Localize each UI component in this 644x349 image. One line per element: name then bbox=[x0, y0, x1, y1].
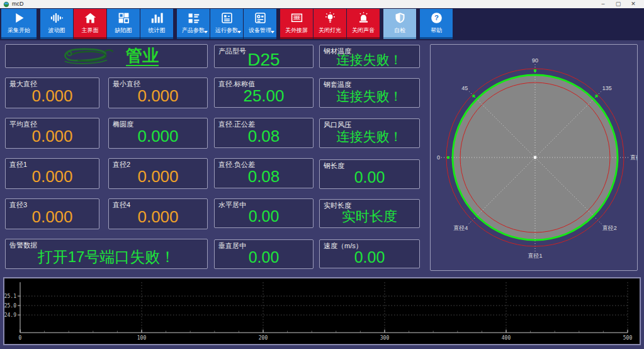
logo-graphic-icon bbox=[54, 46, 125, 66]
field-pos_tolerance: 直径.正公差0.08 bbox=[214, 118, 314, 148]
toolbar-button-device_manage[interactable]: 设备管理 bbox=[244, 9, 276, 39]
chevron-down-icon bbox=[237, 31, 241, 33]
toolbar-button-label: 设备管理 bbox=[249, 26, 271, 35]
chevron-down-icon bbox=[204, 31, 208, 33]
logo-text: 管业 bbox=[126, 46, 159, 66]
toolbar-button-label: 主界面 bbox=[82, 26, 99, 35]
home-icon bbox=[84, 11, 97, 25]
svg-text:?: ? bbox=[434, 14, 439, 21]
toolbar-button-label: 产品参数 bbox=[182, 26, 205, 35]
toolbar-button-label: 统计图 bbox=[149, 26, 166, 35]
toolbar-button-label: 帮助 bbox=[431, 26, 442, 35]
svg-text:200: 200 bbox=[259, 335, 268, 341]
toolbar-button-product_params[interactable]: 产品参数 bbox=[177, 9, 210, 39]
toolbar: 采集开始波动图主界面缺陷图统计图产品参数运行参数设备管理关外接屏关闭灯光关闭声音… bbox=[0, 8, 644, 40]
field-label: 钢材温度 bbox=[324, 47, 351, 56]
field-label: 水平居中 bbox=[218, 200, 246, 210]
field-steel_temp: 钢材温度连接失败！ bbox=[319, 45, 420, 68]
field-diameter4: 直径40.000 bbox=[108, 198, 208, 229]
toolbar-button-wave_chart[interactable]: 波动图 bbox=[40, 9, 73, 39]
field-label: 告警数据 bbox=[9, 241, 37, 250]
svg-text:90: 90 bbox=[532, 57, 538, 64]
toolbar-button-label: 关外接屏 bbox=[285, 26, 308, 35]
maximize-button[interactable]: ▢ bbox=[611, 0, 626, 8]
siren-icon bbox=[357, 11, 370, 25]
toolbar-button-label: 缺陷图 bbox=[115, 26, 132, 35]
run-params-icon bbox=[220, 11, 234, 25]
svg-text:直径2: 直径2 bbox=[602, 225, 617, 231]
svg-text:45: 45 bbox=[461, 85, 468, 91]
toolbar-button-label: 自检 bbox=[394, 26, 405, 35]
field-label: 直径.负公差 bbox=[218, 160, 255, 169]
window-controls: – ▢ ✕ bbox=[596, 0, 641, 8]
waveform-icon bbox=[50, 11, 64, 25]
toolbar-button-label: 波动图 bbox=[48, 26, 65, 35]
field-label: 钢套温度 bbox=[324, 80, 351, 89]
field-label: 速度（m/s） bbox=[324, 241, 363, 251]
svg-text:300: 300 bbox=[380, 335, 390, 341]
field-air_pressure: 风口风压连接失败！ bbox=[319, 118, 420, 148]
toolbar-button-external_screen[interactable]: 关外接屏 bbox=[280, 9, 313, 39]
toolbar-button-stats_chart[interactable]: 统计图 bbox=[140, 9, 173, 39]
field-neg_tolerance: 直径.负公差0.08 bbox=[214, 158, 314, 188]
field-label: 最小直径 bbox=[113, 79, 140, 89]
toolbar-button-defect_chart[interactable]: 缺陷图 bbox=[107, 9, 140, 39]
field-label: 椭圆度 bbox=[113, 120, 133, 129]
device-manage-icon bbox=[254, 11, 267, 25]
field-product_model: 产品型号D25 bbox=[214, 45, 314, 68]
external-screen-icon bbox=[290, 11, 303, 25]
svg-text:直径4: 直径4 bbox=[453, 225, 468, 231]
field-max_diameter: 最大直径0.000 bbox=[5, 77, 99, 108]
field-h_centering: 水平居中0.00 bbox=[214, 198, 314, 228]
defect-grid-icon bbox=[117, 11, 130, 25]
field-diameter3: 直径30.000 bbox=[5, 198, 99, 229]
toolbar-button-run_params[interactable]: 运行参数 bbox=[210, 9, 243, 39]
field-label: 垂直居中 bbox=[218, 241, 246, 251]
svg-text:25.1: 25.1 bbox=[4, 294, 16, 299]
field-avg_diameter: 平均直径0.000 bbox=[5, 118, 99, 149]
field-realtime_length: 实时长度实时长度 bbox=[319, 199, 420, 228]
field-alarm_data: 告警数据打开17号端口失败！ bbox=[5, 239, 208, 269]
window-title: mcD bbox=[12, 0, 24, 8]
svg-text:135: 135 bbox=[602, 85, 612, 91]
app-window: mcD – ▢ ✕ 采集开始波动图主界面缺陷图统计图产品参数运行参数设备管理关外… bbox=[0, 0, 644, 349]
field-label: 实时长度 bbox=[324, 201, 351, 210]
toolbar-button-close_light[interactable]: 关闭灯光 bbox=[314, 9, 346, 39]
cross-section-gauge: 90135450直径3直径2直径1直径4 bbox=[430, 44, 638, 271]
toolbar-button-collect_start[interactable]: 采集开始 bbox=[1, 9, 37, 39]
bar-chart-icon bbox=[150, 11, 164, 25]
toolbar-button-label: 关闭声音 bbox=[352, 26, 375, 35]
trend-chart: 24.925.025.10100200300400500 bbox=[3, 277, 641, 345]
field-steel_length: 钢长度0.00 bbox=[319, 159, 420, 189]
chevron-down-icon bbox=[271, 31, 274, 33]
app-icon bbox=[3, 1, 9, 8]
titlebar: mcD – ▢ ✕ bbox=[0, 0, 644, 8]
close-button[interactable]: ✕ bbox=[626, 0, 641, 8]
field-diameter1: 直径10.000 bbox=[5, 158, 99, 189]
shield-icon bbox=[393, 11, 407, 25]
svg-text:400: 400 bbox=[502, 335, 511, 341]
field-label: 直径4 bbox=[113, 200, 130, 210]
field-sleeve_temp: 钢套温度连接失败！ bbox=[319, 78, 420, 108]
field-label: 钢长度 bbox=[324, 161, 344, 171]
svg-text:0: 0 bbox=[437, 154, 440, 161]
field-label: 产品型号 bbox=[218, 47, 246, 56]
minimize-button[interactable]: – bbox=[596, 0, 611, 8]
toolbar-button-label: 采集开始 bbox=[8, 26, 30, 35]
toolbar-button-help[interactable]: ?帮助 bbox=[420, 9, 453, 39]
svg-text:24.9: 24.9 bbox=[4, 312, 16, 318]
field-min_diameter: 最小直径0.000 bbox=[108, 77, 208, 108]
toolbar-button-label: 关闭灯光 bbox=[319, 26, 341, 35]
toolbar-button-self_check[interactable]: 自检 bbox=[383, 9, 416, 39]
field-speed: 速度（m/s）0.00 bbox=[319, 239, 420, 268]
help-icon: ? bbox=[430, 11, 443, 25]
toolbar-button-label: 运行参数 bbox=[215, 26, 238, 35]
svg-text:25.0: 25.0 bbox=[4, 303, 16, 309]
field-label: 直径.正公差 bbox=[218, 120, 255, 129]
toolbar-button-main_view[interactable]: 主界面 bbox=[74, 9, 106, 39]
field-v_centering: 垂直居中0.00 bbox=[214, 239, 314, 269]
field-label: 直径3 bbox=[9, 200, 27, 210]
logo-box: 管业 bbox=[5, 44, 208, 68]
svg-text:500: 500 bbox=[623, 335, 633, 341]
toolbar-button-close_sound[interactable]: 关闭声音 bbox=[347, 9, 380, 39]
